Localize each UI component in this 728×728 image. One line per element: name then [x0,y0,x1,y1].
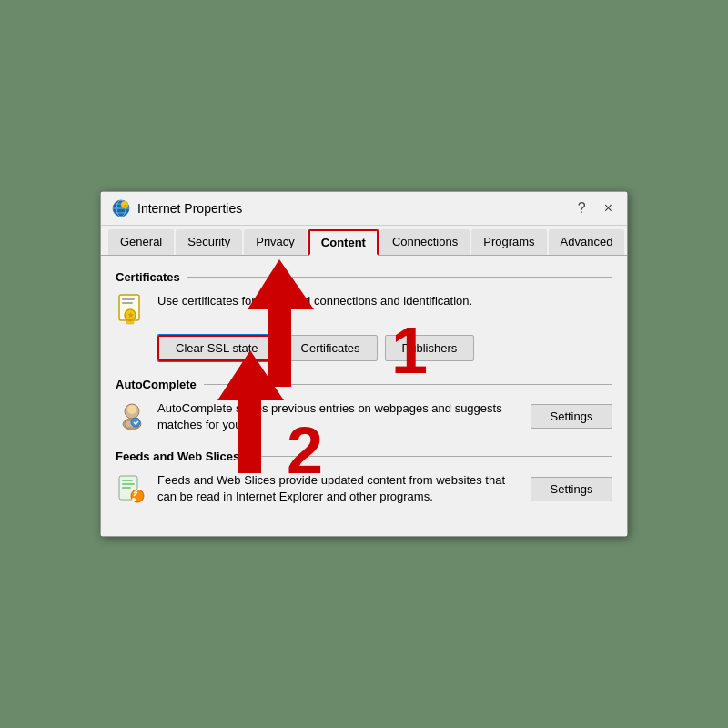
internet-properties-dialog: ★ Internet Properties ? × General Securi… [100,191,628,538]
feeds-title: Feeds and Web Slices [116,450,239,463]
window-title: Internet Properties [137,201,242,216]
tab-security[interactable]: Security [176,229,242,255]
svg-rect-8 [122,298,135,300]
tab-programs[interactable]: Programs [471,229,546,255]
feeds-settings-button[interactable]: Settings [531,477,612,501]
feeds-icon [116,472,148,505]
svg-text:★: ★ [127,311,135,319]
svg-point-15 [127,405,136,414]
certificates-title: Certificates [116,270,180,284]
feeds-description: Feeds and Web Slices provide updated con… [157,472,521,505]
clear-ssl-state-button[interactable]: Clear SSL state [157,335,277,361]
svg-rect-13 [126,321,134,324]
autocomplete-icon [116,400,148,433]
window-icon: ★ [112,199,130,217]
title-bar: ★ Internet Properties ? × [101,192,627,226]
tab-connections[interactable]: Connections [380,229,470,255]
feeds-section: Feeds and Web Slices Fee [116,450,612,505]
close-button[interactable]: × [601,200,616,217]
svg-point-18 [131,418,140,427]
tabs-bar: General Security Privacy Content Connect… [101,226,627,256]
content-area: Certificates ★ Use certificates for en [101,256,627,537]
certificates-description: Use certificates for encrypted connectio… [157,293,612,309]
tab-content[interactable]: Content [308,229,379,256]
publishers-button[interactable]: Publishers [385,335,475,361]
tab-advanced[interactable]: Advanced [549,229,625,255]
autocomplete-title: AutoComplete [116,378,197,391]
autocomplete-description: AutoComplete stores previous entries on … [157,400,521,433]
tab-general[interactable]: General [108,229,174,255]
autocomplete-settings-button[interactable]: Settings [531,404,612,429]
certificates-icon: ★ [116,293,148,326]
autocomplete-section: AutoComplete AutoComplete stores previou… [116,378,612,433]
tab-privacy[interactable]: Privacy [244,229,307,255]
svg-point-24 [132,498,136,501]
svg-rect-22 [122,487,131,489]
certificates-section: Certificates ★ Use certificates for en [116,270,612,361]
svg-rect-20 [122,480,133,481]
svg-rect-9 [122,302,133,304]
certificates-button[interactable]: Certificates [284,335,378,361]
svg-rect-21 [122,483,135,485]
help-button[interactable]: ? [574,200,590,217]
